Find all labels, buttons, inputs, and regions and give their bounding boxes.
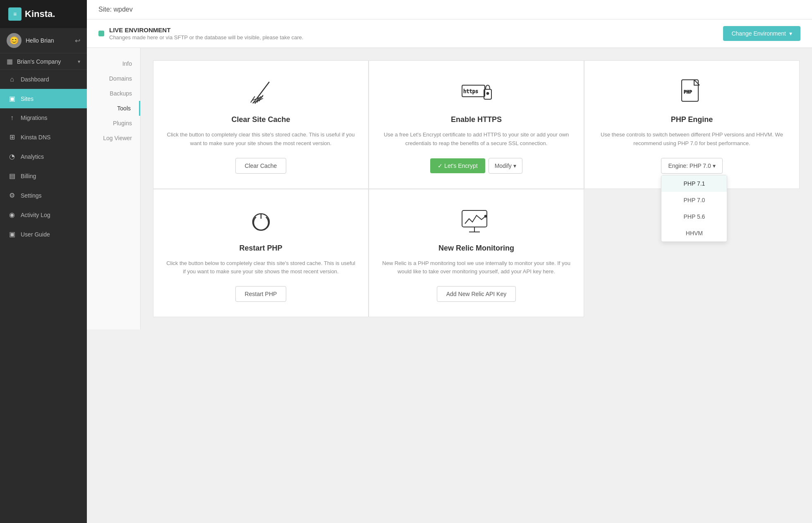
sub-navigation: Info Domains Backups Tools Plugins Log V…	[87, 48, 141, 330]
clear-cache-icon-area	[249, 76, 273, 109]
tool-enable-https: https Enable HTTPS Use a free Let's Encr…	[369, 60, 584, 189]
clear-cache-title: Clear Site Cache	[231, 115, 290, 124]
broom-icon	[249, 78, 273, 107]
tool-php-engine: PHP PHP Engine Use these controls to swi…	[584, 60, 800, 189]
change-environment-button[interactable]: Change Environment ▾	[723, 26, 800, 41]
clear-cache-action: Clear Cache	[235, 158, 287, 174]
php-option-hhvm[interactable]: HHVM	[661, 225, 727, 241]
sidebar-label-kinsta-dns: Kinsta DNS	[21, 134, 50, 141]
new-relic-action: Add New Relic API Key	[437, 286, 516, 302]
billing-icon: ▤	[8, 172, 16, 180]
php-engine-action: Engine: PHP 7.0 ▾ PHP 7.1 PHP 7.0 PHP 5.…	[661, 158, 722, 174]
sidebar-label-migrations: Migrations	[21, 115, 48, 121]
https-actions: ✓ Let's Encrypt Modify ▾	[430, 158, 522, 174]
change-env-label: Change Environment	[731, 30, 786, 37]
tool-new-relic: New Relic Monitoring New Relic is a PHP …	[369, 189, 584, 318]
php-engine-title: PHP Engine	[671, 115, 713, 124]
environment-info: LIVE ENVIRONMENT Changes made here or vi…	[98, 26, 303, 41]
dashboard-icon: ⌂	[8, 76, 16, 83]
activity-log-icon: ◉	[8, 211, 16, 219]
environment-text: LIVE ENVIRONMENT Changes made here or vi…	[109, 26, 303, 41]
live-indicator	[98, 31, 104, 36]
lets-encrypt-button[interactable]: ✓ Let's Encrypt	[430, 158, 485, 173]
avatar: 😊	[7, 33, 22, 48]
tools-grid: Clear Site Cache Click the button to com…	[141, 48, 812, 330]
add-new-relic-api-key-button[interactable]: Add New Relic API Key	[437, 286, 516, 302]
logout-icon[interactable]: ↩	[75, 37, 80, 45]
new-relic-description: New Relic is a PHP monitoring tool we us…	[381, 259, 571, 277]
environment-banner: LIVE ENVIRONMENT Changes made here or vi…	[87, 19, 812, 48]
https-description: Use a free Let's Encrypt certificate to …	[381, 131, 571, 148]
https-title: Enable HTTPS	[451, 115, 502, 124]
main-nav: ⌂ Dashboard ▣ Sites ↑ Migrations ⊞ Kinst…	[0, 70, 87, 244]
sidebar-item-activity-log[interactable]: ◉ Activity Log	[0, 205, 87, 224]
top-bar: Site: wpdev	[87, 0, 812, 19]
modify-label: Modify ▾	[495, 162, 516, 169]
subnav-tools[interactable]: Tools	[87, 101, 140, 116]
monitor-icon	[460, 206, 493, 235]
sidebar-label-dashboard: Dashboard	[21, 76, 49, 83]
svg-point-19	[484, 215, 487, 217]
sidebar: ≡ Kinsta. 😊 Hello Brian ↩ ▦ Brian's Comp…	[0, 0, 87, 523]
sidebar-label-activity-log: Activity Log	[21, 212, 50, 218]
analytics-icon: ◔	[8, 153, 16, 160]
restart-php-button[interactable]: Restart PHP	[235, 286, 287, 302]
sidebar-item-migrations[interactable]: ↑ Migrations	[0, 108, 87, 127]
restart-php-action: Restart PHP	[235, 286, 287, 302]
subnav-domains[interactable]: Domains	[87, 71, 140, 86]
new-relic-title: New Relic Monitoring	[438, 244, 514, 253]
user-greeting: Hello Brian	[26, 37, 71, 44]
subnav-plugins[interactable]: Plugins	[87, 116, 140, 131]
sidebar-label-user-guide: User Guide	[21, 231, 50, 238]
clear-cache-description: Click the button to completely clear thi…	[166, 131, 356, 148]
tool-clear-cache: Clear Site Cache Click the button to com…	[153, 60, 369, 189]
modify-button[interactable]: Modify ▾	[489, 158, 522, 174]
new-relic-icon-area	[460, 204, 493, 237]
sidebar-label-settings: Settings	[21, 192, 42, 199]
lets-encrypt-label: ✓ Let's Encrypt	[438, 162, 477, 169]
php-option-70[interactable]: PHP 7.0	[661, 192, 727, 208]
main-content: Site: wpdev LIVE ENVIRONMENT Changes mad…	[87, 0, 812, 523]
sites-icon: ▣	[8, 95, 16, 103]
sidebar-label-analytics: Analytics	[21, 153, 44, 160]
subnav-log-viewer[interactable]: Log Viewer	[87, 131, 140, 146]
php-engine-label: Engine: PHP 7.0 ▾	[668, 162, 715, 169]
sidebar-item-settings[interactable]: ⚙ Settings	[0, 186, 87, 205]
company-selector[interactable]: ▦ Brian's Company ▾	[0, 53, 87, 70]
svg-line-0	[257, 82, 269, 98]
chevron-down-icon: ▾	[78, 59, 80, 64]
sidebar-item-sites[interactable]: ▣ Sites	[0, 89, 87, 108]
clear-cache-button[interactable]: Clear Cache	[235, 158, 287, 174]
sidebar-item-analytics[interactable]: ◔ Analytics	[0, 147, 87, 166]
migrations-icon: ↑	[8, 114, 16, 122]
subnav-backups[interactable]: Backups	[87, 86, 140, 101]
php-file-icon: PHP	[680, 78, 704, 107]
logo-icon: ≡	[8, 7, 22, 21]
restart-php-icon-area	[249, 204, 273, 237]
svg-point-11	[486, 92, 489, 95]
user-guide-icon: ▣	[8, 230, 16, 238]
sidebar-item-user-guide[interactable]: ▣ User Guide	[0, 224, 87, 244]
php-icon-area: PHP	[680, 76, 704, 109]
https-icon: https	[460, 78, 493, 107]
logo-text: Kinsta.	[25, 9, 55, 19]
php-engine-button[interactable]: Engine: PHP 7.0 ▾	[661, 158, 722, 174]
user-section: 😊 Hello Brian ↩	[0, 28, 87, 53]
php-dropdown-menu: PHP 7.1 PHP 7.0 PHP 5.6 HHVM	[661, 175, 727, 242]
sidebar-item-billing[interactable]: ▤ Billing	[0, 166, 87, 186]
php-engine-description: Use these controls to switch between dif…	[597, 131, 787, 148]
logo: ≡ Kinsta.	[0, 0, 87, 28]
page-title: Site: wpdev	[98, 6, 133, 13]
power-icon	[249, 206, 273, 235]
svg-text:PHP: PHP	[684, 89, 692, 95]
restart-php-title: Restart PHP	[239, 244, 282, 253]
https-icon-area: https	[460, 76, 493, 109]
sidebar-item-dashboard[interactable]: ⌂ Dashboard	[0, 70, 87, 89]
sidebar-item-kinsta-dns[interactable]: ⊞ Kinsta DNS	[0, 127, 87, 147]
sidebar-label-billing: Billing	[21, 173, 36, 179]
svg-text:https: https	[463, 88, 478, 94]
company-icon: ▦	[7, 57, 13, 65]
subnav-info[interactable]: Info	[87, 56, 140, 71]
php-option-71[interactable]: PHP 7.1	[661, 175, 727, 192]
php-option-56[interactable]: PHP 5.6	[661, 208, 727, 225]
